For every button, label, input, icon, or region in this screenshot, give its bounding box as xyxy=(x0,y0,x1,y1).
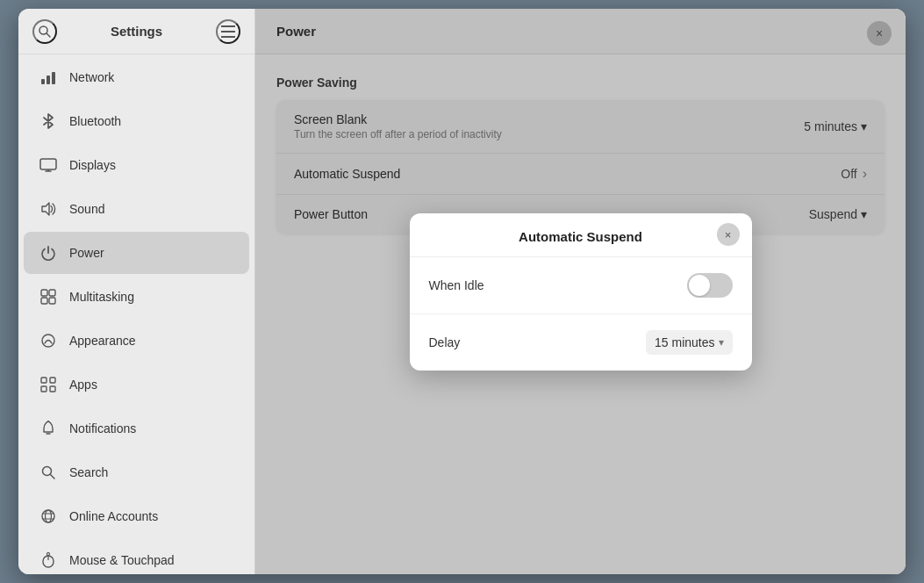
appearance-icon xyxy=(39,332,57,349)
svg-rect-12 xyxy=(41,290,47,296)
sidebar-label-sound: Sound xyxy=(69,202,104,216)
svg-rect-20 xyxy=(50,386,55,392)
online-accounts-icon xyxy=(39,507,57,525)
sidebar-label-power: Power xyxy=(69,246,104,260)
sidebar-list: Network Bluetooth xyxy=(18,54,254,574)
apps-icon xyxy=(39,376,57,393)
svg-rect-13 xyxy=(49,290,55,296)
svg-point-31 xyxy=(47,553,50,556)
svg-point-25 xyxy=(42,510,54,522)
dialog-title: Automatic Suspend xyxy=(427,229,734,244)
sidebar-menu-button[interactable] xyxy=(216,19,240,44)
svg-rect-14 xyxy=(41,298,47,304)
svg-rect-8 xyxy=(40,159,56,169)
sidebar-item-sound[interactable]: Sound xyxy=(24,188,249,230)
delay-label: Delay xyxy=(429,335,647,349)
automatic-suspend-dialog: Automatic Suspend × When Idle Delay xyxy=(410,213,752,371)
power-icon xyxy=(39,244,57,262)
svg-rect-6 xyxy=(47,76,50,84)
sidebar-search-button[interactable] xyxy=(32,19,57,44)
svg-rect-18 xyxy=(50,378,55,383)
sidebar-label-displays: Displays xyxy=(69,158,116,172)
svg-line-24 xyxy=(51,475,55,479)
sidebar-item-multitasking[interactable]: Multitasking xyxy=(24,276,249,318)
delay-dropdown-chevron-icon: ▾ xyxy=(719,336,724,349)
svg-rect-15 xyxy=(49,298,55,304)
sidebar-label-multitasking: Multitasking xyxy=(69,290,134,304)
sound-icon xyxy=(39,200,57,218)
sidebar-item-search[interactable]: Search xyxy=(24,451,249,493)
bluetooth-icon xyxy=(39,112,57,130)
sidebar-item-power[interactable]: Power xyxy=(24,232,249,274)
sidebar-item-mouse-touchpad[interactable]: Mouse & Touchpad xyxy=(24,539,249,574)
multitasking-icon xyxy=(39,288,57,306)
sidebar-label-search: Search xyxy=(69,465,108,479)
dialog-close-button[interactable]: × xyxy=(717,223,740,246)
sidebar-item-apps[interactable]: Apps xyxy=(24,363,249,406)
displays-icon xyxy=(39,156,57,174)
when-idle-toggle-knob xyxy=(689,275,710,296)
svg-point-26 xyxy=(46,510,52,522)
delay-dropdown[interactable]: 15 minutes ▾ xyxy=(646,330,732,355)
delay-row: Delay 15 minutes ▾ xyxy=(410,314,752,371)
dialog-header: Automatic Suspend × xyxy=(410,213,752,257)
sidebar-item-network[interactable]: Network xyxy=(24,56,249,98)
notifications-icon xyxy=(39,420,57,437)
svg-rect-5 xyxy=(41,79,45,84)
sidebar-item-appearance[interactable]: Appearance xyxy=(24,320,249,362)
svg-rect-7 xyxy=(52,72,55,84)
sidebar-label-online-accounts: Online Accounts xyxy=(69,509,158,523)
when-idle-toggle[interactable] xyxy=(687,273,733,298)
svg-line-1 xyxy=(47,33,50,37)
sidebar-item-online-accounts[interactable]: Online Accounts xyxy=(24,495,249,537)
sidebar-label-bluetooth: Bluetooth xyxy=(69,114,121,128)
main-content: Power × Power Saving Screen Blank Turn t… xyxy=(255,9,906,574)
sidebar-label-apps: Apps xyxy=(69,378,97,392)
when-idle-label: When Idle xyxy=(429,278,687,292)
delay-value: 15 minutes xyxy=(655,335,714,349)
dialog-overlay: Automatic Suspend × When Idle Delay xyxy=(255,9,906,574)
sidebar-label-notifications: Notifications xyxy=(69,421,136,435)
when-idle-row: When Idle xyxy=(410,257,752,314)
svg-marker-11 xyxy=(42,203,49,215)
sidebar-label-network: Network xyxy=(69,70,114,84)
sidebar-title: Settings xyxy=(66,24,207,39)
svg-rect-17 xyxy=(41,378,47,383)
svg-rect-19 xyxy=(41,386,47,392)
sidebar-header: Settings xyxy=(18,9,254,54)
sidebar-item-displays[interactable]: Displays xyxy=(24,144,249,186)
mouse-icon xyxy=(39,551,57,569)
sidebar-label-appearance: Appearance xyxy=(69,334,136,348)
sidebar-item-bluetooth[interactable]: Bluetooth xyxy=(24,100,249,142)
search-icon xyxy=(39,464,57,481)
sidebar-item-notifications[interactable]: Notifications xyxy=(24,407,249,450)
sidebar: Settings Netwo xyxy=(18,9,255,574)
dialog-body: When Idle Delay 15 minutes ▾ xyxy=(410,257,752,371)
settings-window: Settings Netwo xyxy=(18,9,906,574)
sidebar-label-mouse-touchpad: Mouse & Touchpad xyxy=(69,553,175,567)
network-icon xyxy=(39,68,57,86)
